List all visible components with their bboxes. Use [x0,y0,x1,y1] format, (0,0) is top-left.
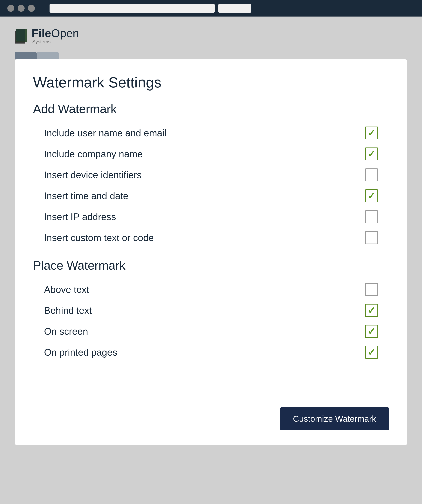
dot-close[interactable] [7,5,14,12]
checkbox-on-screen[interactable]: ✓ [365,325,378,338]
checkbox-insert-time-date[interactable]: ✓ [365,189,378,202]
add-watermark-section: Add Watermark Include user name and emai… [33,102,389,247]
label-insert-device-identifiers: Insert device identifiers [44,169,142,180]
checkbox-insert-ip-address[interactable] [365,210,378,223]
logo-systems: Systems [32,39,79,45]
place-watermark-heading: Place Watermark [33,258,389,272]
place-watermark-section: Place Watermark Above text Behind text ✓… [33,258,389,362]
row-include-company-name: Include company name ✓ [33,144,389,164]
checkbox-insert-custom-text[interactable] [365,231,378,244]
logo-icon [15,29,28,43]
row-behind-text: Behind text ✓ [33,301,389,320]
url-bar[interactable] [50,4,215,13]
checkbox-behind-text[interactable]: ✓ [365,304,378,317]
checkbox-above-text[interactable] [365,283,378,296]
row-on-screen: On screen ✓ [33,322,389,341]
row-above-text: Above text [33,280,389,299]
row-on-printed-pages: On printed pages ✓ [33,342,389,362]
checkmark-include-user-name: ✓ [368,128,375,138]
row-insert-time-date: Insert time and date ✓ [33,186,389,205]
title-bar-button[interactable] [218,4,251,13]
label-on-printed-pages: On printed pages [44,347,117,358]
settings-card: Watermark Settings Add Watermark Include… [15,59,407,445]
checkbox-include-user-name[interactable]: ✓ [365,126,378,139]
row-insert-device-identifiers: Insert device identifiers [33,165,389,185]
logo-open: Open [51,27,79,40]
checkmark-insert-time-date: ✓ [368,191,375,201]
logo-file: File [32,27,51,40]
checkbox-on-printed-pages[interactable]: ✓ [365,346,378,359]
tabs [15,52,407,59]
label-insert-custom-text: Insert custom text or code [44,232,154,243]
label-insert-ip-address: Insert IP address [44,211,116,222]
checkmark-on-printed-pages: ✓ [368,348,375,357]
checkbox-insert-device-identifiers[interactable] [365,168,378,181]
tab-2[interactable] [37,52,59,59]
svg-rect-5 [16,29,25,41]
label-insert-time-date: Insert time and date [44,190,129,201]
label-on-screen: On screen [44,326,88,337]
customize-watermark-button[interactable]: Customize Watermark [280,407,389,430]
tab-1[interactable] [15,52,37,59]
row-include-user-name: Include user name and email ✓ [33,123,389,143]
logo-text: FileOpen Systems [32,28,79,45]
main-area: FileOpen Systems Watermark Settings Add … [0,17,422,456]
title-bar [0,0,422,17]
row-insert-custom-text: Insert custom text or code [33,228,389,247]
label-above-text: Above text [44,284,89,295]
label-include-user-name: Include user name and email [44,127,167,138]
checkbox-include-company-name[interactable]: ✓ [365,148,378,160]
label-behind-text: Behind text [44,305,92,316]
add-watermark-heading: Add Watermark [33,102,389,116]
logo-area: FileOpen Systems [15,28,407,45]
checkmark-include-company-name: ✓ [368,149,375,159]
label-include-company-name: Include company name [44,148,143,159]
checkmark-behind-text: ✓ [368,306,375,315]
card-title: Watermark Settings [33,74,389,91]
row-insert-ip-address: Insert IP address [33,207,389,227]
dot-maximize[interactable] [28,5,35,12]
logo-name: FileOpen [32,28,79,39]
checkmark-on-screen: ✓ [368,327,375,336]
window-controls [7,5,35,12]
dot-minimize[interactable] [18,5,25,12]
